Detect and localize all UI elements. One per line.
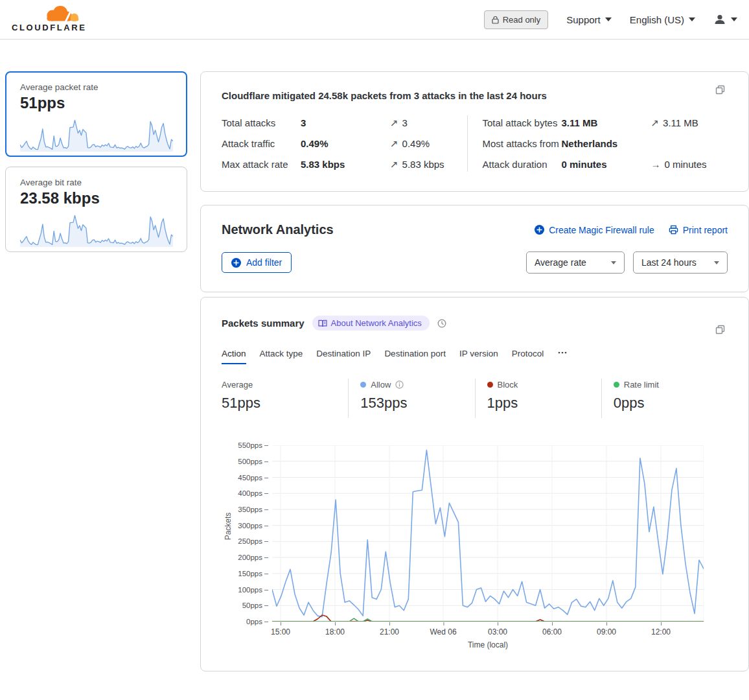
lock-icon <box>492 16 499 24</box>
logo-wordmark: CLOUDFLARE <box>12 23 87 32</box>
metric-dropdown[interactable]: Average rate <box>526 251 625 274</box>
y-tick-label: 350pps <box>238 506 268 513</box>
y-tick-label: 200pps <box>238 554 268 561</box>
language-menu[interactable]: English (US) <box>630 14 695 25</box>
support-label: Support <box>566 14 601 25</box>
chevron-down-icon <box>731 18 737 21</box>
stat-total-attack-bytes: Total attack bytes 3.11 MB ↗3.11 MB <box>483 115 728 130</box>
trend-up-icon: ↗ <box>651 117 660 128</box>
history-clock-icon[interactable] <box>437 319 446 328</box>
chevron-down-icon <box>611 261 616 264</box>
tab-attack-type[interactable]: Attack type <box>260 349 303 364</box>
y-tick-label: 250pps <box>238 537 268 545</box>
stat-max-attack-rate: Max attack rate 5.83 kbps ↗5.83 kbps <box>222 157 467 172</box>
attack-stats-right: Total attack bytes 3.11 MB ↗3.11 MB Most… <box>467 115 728 172</box>
add-filter-button[interactable]: Add filter <box>222 252 292 273</box>
info-icon[interactable] <box>395 380 404 389</box>
metric-sidebar: Average packet rate 51pps Average bit ra… <box>5 71 187 671</box>
y-tick-label: 0pps <box>246 618 268 625</box>
language-label: English (US) <box>630 14 684 25</box>
y-tick-label: 150pps <box>238 570 268 578</box>
stat-rate-limit: Rate limit 0pps <box>601 379 728 418</box>
stat-attack-duration: Attack duration 0 minutes →0 minutes <box>483 157 728 172</box>
rate-card-value: 51pps <box>20 94 172 112</box>
cloudflare-logo[interactable]: CLOUDFLARE <box>12 4 96 35</box>
read-only-badge[interactable]: Read only <box>484 10 549 29</box>
support-menu[interactable]: Support <box>566 14 612 25</box>
x-tick-label: 09:00 <box>597 627 616 636</box>
bit-rate-sparkline <box>20 211 173 248</box>
chevron-down-icon <box>605 18 612 21</box>
page-title: Network Analytics <box>222 222 334 237</box>
chevron-down-icon <box>689 18 695 21</box>
x-tick-label: Wed 06 <box>430 627 456 636</box>
attack-summary-card: Cloudflare mitigated 24.58k packets from… <box>200 71 749 192</box>
packets-summary-card: Packets summary About Network Analytics … <box>200 297 749 671</box>
stat-total-attacks: Total attacks 3 ↗3 <box>222 115 467 130</box>
user-menu[interactable] <box>713 13 737 26</box>
x-tick-label: 12:00 <box>651 627 671 636</box>
attack-summary-title: Cloudflare mitigated 24.58k packets from… <box>222 90 728 101</box>
allow-dot-icon <box>360 382 366 388</box>
stat-average: Average 51pps <box>222 379 348 418</box>
network-analytics-card: Network Analytics Create Magic Firewall … <box>200 205 749 292</box>
create-magic-firewall-rule-link[interactable]: Create Magic Firewall rule <box>535 225 654 235</box>
user-icon <box>713 13 726 26</box>
copy-icon[interactable] <box>715 325 725 334</box>
about-network-analytics-pill[interactable]: About Network Analytics <box>312 316 430 331</box>
tab-destination-port[interactable]: Destination port <box>384 349 446 364</box>
copy-icon[interactable] <box>715 85 725 95</box>
packets-chart-svg <box>272 445 704 622</box>
packet-rate-sparkline <box>20 116 173 152</box>
stat-attack-traffic: Attack traffic 0.49% ↗0.49% <box>222 136 467 151</box>
y-tick-label: 50pps <box>242 601 268 609</box>
printer-icon <box>669 225 678 235</box>
x-tick-label: 21:00 <box>380 627 399 636</box>
print-report-link[interactable]: Print report <box>669 225 728 235</box>
y-tick-label: 300pps <box>238 522 268 530</box>
time-range-dropdown[interactable]: Last 24 hours <box>633 251 728 274</box>
rate-limit-dot-icon <box>614 382 619 388</box>
x-tick-label: 18:00 <box>325 627 345 636</box>
y-tick-label: 100pps <box>238 586 268 594</box>
tab-destination-ip[interactable]: Destination IP <box>316 349 371 364</box>
y-tick-label: 550pps <box>238 441 268 449</box>
stat-block: Block 1pps <box>475 379 601 418</box>
x-tick-label: 03:00 <box>488 627 507 636</box>
rate-card-label: Average bit rate <box>20 178 172 187</box>
block-dot-icon <box>487 382 493 388</box>
x-tick-label: 06:00 <box>542 627 562 636</box>
stat-most-attacks-from: Most attacks from Netherlands <box>483 136 728 151</box>
packets-chart-plot: Time (local) 15:0018:0021:00Wed 0603:000… <box>272 445 704 622</box>
app-header: CLOUDFLARE Read only Support English (US… <box>0 0 749 40</box>
x-axis-title: Time (local) <box>468 640 508 649</box>
rate-card-value: 23.58 kbps <box>20 189 172 207</box>
y-axis-ticks: 0pps50pps100pps150pps200pps250pps300pps3… <box>235 445 268 622</box>
packets-stats-row: Average 51pps Allow 153pps Block <box>222 379 728 418</box>
tab-protocol[interactable]: Protocol <box>512 349 544 364</box>
trend-right-icon: → <box>651 159 661 170</box>
y-tick-label: 450pps <box>238 474 268 482</box>
card-average-packet-rate[interactable]: Average packet rate 51pps <box>5 71 187 157</box>
read-only-label: Read only <box>503 15 541 25</box>
book-icon <box>318 320 327 327</box>
card-average-bit-rate[interactable]: Average bit rate 23.58 kbps <box>5 167 187 252</box>
y-tick-label: 400pps <box>238 489 268 497</box>
rate-card-label: Average packet rate <box>20 82 172 92</box>
plus-circle-icon <box>231 258 241 268</box>
trend-up-icon: ↗ <box>390 117 398 128</box>
plus-circle-icon <box>535 225 544 235</box>
y-tick-label: 500pps <box>238 458 268 465</box>
tab-ip-version[interactable]: IP version <box>459 349 498 364</box>
attack-stats-left: Total attacks 3 ↗3 Attack traffic 0.49% … <box>222 115 467 172</box>
more-tabs-button[interactable]: ⋯ <box>557 347 568 364</box>
packets-tabs: ActionAttack typeDestination IPDestinati… <box>222 347 728 364</box>
trend-up-icon: ↗ <box>390 138 398 149</box>
packets-chart: Packets 0pps50pps100pps150pps200pps250pp… <box>222 445 728 659</box>
trend-up-icon: ↗ <box>390 159 398 170</box>
stat-allow: Allow 153pps <box>348 379 474 418</box>
y-axis-title: Packets <box>224 507 233 546</box>
tab-action[interactable]: Action <box>222 349 246 364</box>
chevron-down-icon <box>714 261 719 264</box>
packets-summary-title: Packets summary <box>222 318 305 329</box>
